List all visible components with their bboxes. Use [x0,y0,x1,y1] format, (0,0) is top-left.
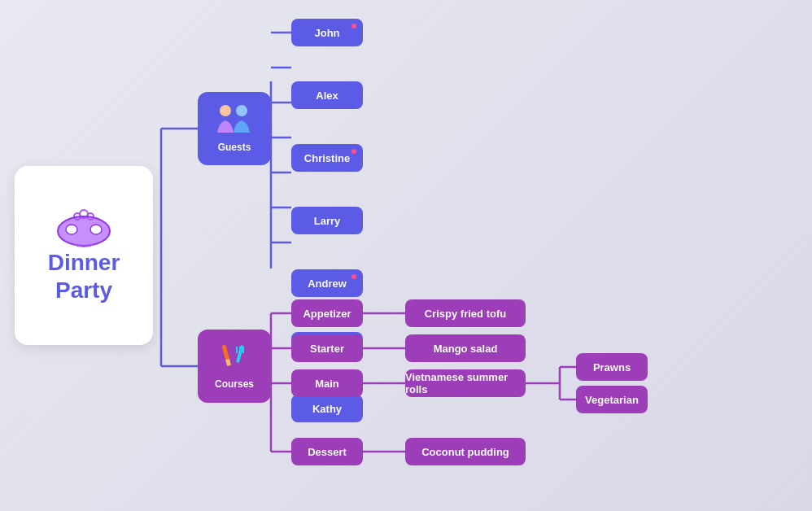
course-starter[interactable]: Starter [291,334,363,362]
tree-svg [153,0,812,511]
food-coconut-pudding[interactable]: Coconut pudding [405,438,526,465]
main-container: Dinner Party [0,0,812,511]
guest-john-label: John [314,27,339,39]
dessert-label: Dessert [308,446,347,458]
andrew-dot [351,274,356,279]
food-summer-rolls[interactable]: Vietnamese summer rolls [405,369,526,397]
guest-christine[interactable]: Christine [291,144,363,172]
courses-icon [216,343,253,375]
tree-area: Guests John Alex Christine Larry Andrew … [153,0,812,511]
john-dot [351,24,356,28]
svg-rect-38 [225,358,231,365]
guest-christine-label: Christine [304,152,350,164]
guest-alex[interactable]: Alex [291,81,363,109]
guest-kathy[interactable]: Kathy [291,395,363,422]
course-dessert[interactable]: Dessert [291,438,363,465]
sub-prawns[interactable]: Prawns [576,353,648,381]
sub-vegetarian[interactable]: Vegetarian [576,386,648,413]
title-text: Dinner Party [48,249,120,304]
main-label: Main [315,378,339,390]
appetizer-label: Appetizer [303,308,351,320]
mask-icon [55,207,112,249]
food-crispy-tofu[interactable]: Crispy fried tofu [405,299,526,327]
guest-alex-label: Alex [316,90,338,102]
guests-node[interactable]: Guests [198,92,271,165]
prawns-label: Prawns [593,361,631,373]
guests-icon [214,104,255,138]
christine-dot [351,149,356,154]
crispy-tofu-label: Crispy fried tofu [425,308,506,320]
mango-salad-label: Mango salad [434,343,498,355]
guest-larry[interactable]: Larry [291,207,363,234]
summer-rolls-label: Vietnamese summer rolls [405,371,526,395]
starter-label: Starter [310,343,344,355]
title-card: Dinner Party [15,166,153,345]
guest-john[interactable]: John [291,19,363,46]
svg-point-35 [220,105,231,116]
courses-label: Courses [215,378,254,390]
svg-point-36 [236,105,247,116]
course-main[interactable]: Main [291,369,363,397]
vegetarian-label: Vegetarian [585,394,639,406]
course-appetizer[interactable]: Appetizer [291,299,363,327]
guest-larry-label: Larry [314,215,341,227]
guests-label: Guests [218,142,251,153]
food-mango-salad[interactable]: Mango salad [405,334,526,362]
courses-node[interactable]: Courses [198,330,271,403]
guest-andrew-label: Andrew [308,277,347,290]
guest-kathy-label: Kathy [312,403,342,415]
coconut-pudding-label: Coconut pudding [421,446,509,458]
guest-andrew[interactable]: Andrew [291,269,363,297]
